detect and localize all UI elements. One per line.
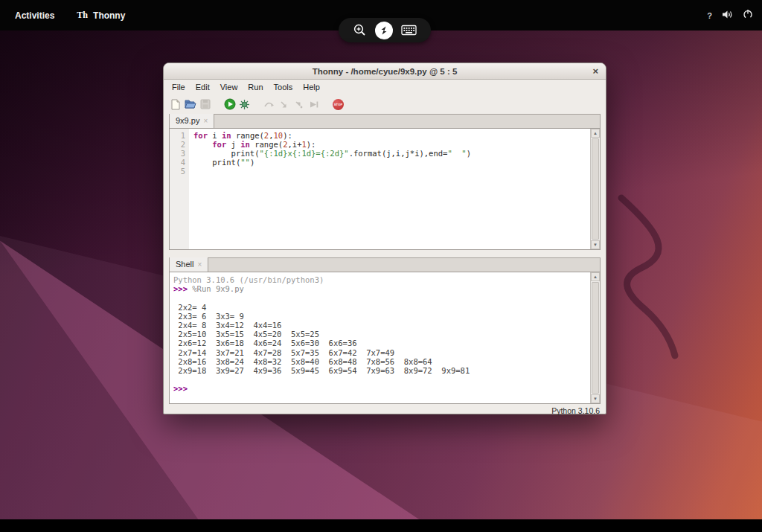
system-status-area[interactable]: ? xyxy=(707,0,756,31)
activities-button[interactable]: Activities xyxy=(10,7,59,24)
shell-tab-band: Shell × xyxy=(169,257,601,272)
status-bar: Python 3.10.6 xyxy=(164,404,606,417)
line-number: 1 xyxy=(170,131,185,140)
open-file-button[interactable] xyxy=(184,98,196,111)
thonny-app-icon: Th xyxy=(77,10,88,21)
editor-code[interactable]: for i in range(2,10): for j in range(2,i… xyxy=(189,129,590,249)
scrollbar-thumb[interactable] xyxy=(592,282,599,394)
shell-scrollbar[interactable]: ▲ ▼ xyxy=(590,272,600,403)
scroll-up-icon[interactable]: ▲ xyxy=(591,272,600,281)
line-number: 5 xyxy=(170,167,185,176)
window-title: Thonny - /home/cyue/9x9.py @ 5 : 5 xyxy=(313,67,458,76)
resume-button[interactable] xyxy=(307,98,320,111)
step-into-button[interactable] xyxy=(278,98,290,111)
menu-bar: FileEditViewRunToolsHelp xyxy=(164,80,606,94)
menu-file[interactable]: File xyxy=(167,81,190,93)
stop-button[interactable]: STOP xyxy=(332,98,345,111)
debug-button[interactable] xyxy=(238,98,251,111)
text-line xyxy=(173,293,590,302)
stop-icon: STOP xyxy=(333,99,344,110)
run-button[interactable] xyxy=(223,98,236,111)
text-line: 2x4= 8 3x4=12 4x4=16 xyxy=(173,321,590,330)
scroll-down-icon[interactable]: ▼ xyxy=(591,394,600,403)
line-number: 3 xyxy=(170,149,185,158)
shell-tab-label: Shell xyxy=(176,260,193,269)
text-line: print("") xyxy=(193,158,590,167)
text-line: 2x6=12 3x6=18 4x6=24 5x6=30 6x6=36 xyxy=(173,339,590,347)
screen-share-icon[interactable] xyxy=(375,22,393,39)
text-line: 2x3= 6 3x3= 9 xyxy=(173,312,590,321)
text-line xyxy=(193,167,590,176)
thonny-window: Thonny - /home/cyue/9x9.py @ 5 : 5 × Fil… xyxy=(163,63,606,414)
menu-help[interactable]: Help xyxy=(298,81,325,93)
focused-app-menu[interactable]: Th Thonny xyxy=(77,10,125,21)
tab-shell[interactable]: Shell × xyxy=(170,257,208,272)
tab-9x9-py[interactable]: 9x9.py × xyxy=(170,114,214,128)
line-number: 4 xyxy=(170,158,185,167)
shell-output[interactable]: Python 3.10.6 (/usr/bin/python3)>>> %Run… xyxy=(170,272,590,403)
scroll-up-icon[interactable]: ▲ xyxy=(591,129,600,138)
step-over-button[interactable] xyxy=(263,98,275,111)
text-line: >>> xyxy=(173,384,590,393)
close-window-button[interactable]: × xyxy=(592,65,598,77)
interpreter-version-label: Python 3.10.6 xyxy=(551,406,600,415)
window-titlebar[interactable]: Thonny - /home/cyue/9x9.py @ 5 : 5 × xyxy=(164,63,606,80)
toolbar: STOP xyxy=(164,94,606,114)
on-screen-keyboard-icon[interactable] xyxy=(401,25,417,36)
editor-tab-label: 9x9.py xyxy=(176,116,199,125)
tab-close-icon[interactable]: × xyxy=(203,117,208,125)
text-line: 2x9=18 3x9=27 4x9=36 5x9=45 6x9=54 7x9=6… xyxy=(173,366,590,375)
text-line xyxy=(173,375,590,384)
focused-app-name: Thonny xyxy=(93,10,125,21)
editor-line-numbers: 12345 xyxy=(170,129,189,249)
magnifier-zoom-icon[interactable] xyxy=(353,23,367,37)
scroll-down-icon[interactable]: ▼ xyxy=(591,240,600,249)
screen-bottom-letterbox xyxy=(0,519,762,532)
text-line: print("{:1d}x{:1d}={:2d}".format(j,i,j*i… xyxy=(193,149,590,158)
menu-edit[interactable]: Edit xyxy=(190,81,215,93)
editor-pane: 12345 for i in range(2,10): for j in ran… xyxy=(169,128,601,250)
workspace: 9x9.py × 12345 for i in range(2,10): for… xyxy=(164,114,606,404)
desktop: Activities Th Thonny ? xyxy=(0,0,762,532)
editor-tab-band: 9x9.py × xyxy=(169,114,601,128)
menu-run[interactable]: Run xyxy=(243,81,268,93)
menu-view[interactable]: View xyxy=(215,81,243,93)
text-line: 2x5=10 3x5=15 4x5=20 5x5=25 xyxy=(173,330,590,339)
wallpaper-swoosh xyxy=(599,190,696,362)
text-line: for j in range(2,i+1): xyxy=(193,140,590,149)
shell-pane: Python 3.10.6 (/usr/bin/python3)>>> %Run… xyxy=(169,272,601,404)
text-line: >>> %Run 9x9.py xyxy=(173,284,590,293)
text-line: 2x8=16 3x8=24 4x8=32 5x8=40 6x8=48 7x8=5… xyxy=(173,357,590,366)
scrollbar-thumb[interactable] xyxy=(592,138,599,240)
menu-tools[interactable]: Tools xyxy=(269,81,298,93)
line-number: 2 xyxy=(170,140,185,149)
save-file-button[interactable] xyxy=(199,98,211,111)
text-line: for i in range(2,10): xyxy=(193,131,590,140)
power-icon xyxy=(743,9,753,22)
question-mark-icon: ? xyxy=(707,11,712,20)
step-out-button[interactable] xyxy=(292,98,305,111)
new-file-button[interactable] xyxy=(169,98,182,111)
indicator-pill xyxy=(339,18,431,42)
volume-icon xyxy=(722,9,733,22)
shell-tab-close-icon[interactable]: × xyxy=(197,260,202,269)
text-line: Python 3.10.6 (/usr/bin/python3) xyxy=(173,275,590,284)
text-line: 2x7=14 3x7=21 4x7=28 5x7=35 6x7=42 7x7=4… xyxy=(173,348,590,357)
editor-scrollbar[interactable]: ▲ ▼ xyxy=(590,129,600,249)
text-line: 2x2= 4 xyxy=(173,303,590,312)
